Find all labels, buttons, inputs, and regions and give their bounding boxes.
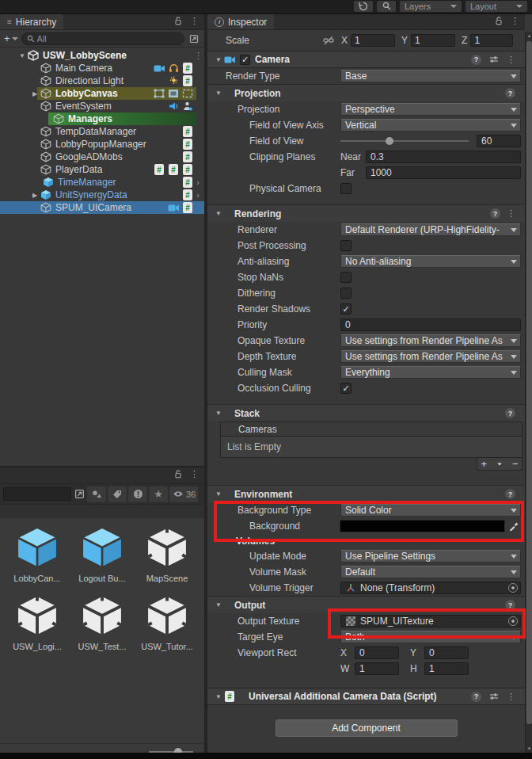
- lock-icon[interactable]: [492, 14, 505, 27]
- hierarchy-search-input[interactable]: All: [21, 32, 184, 45]
- slider-thumb[interactable]: [386, 137, 393, 145]
- vector-field[interactable]: 0: [424, 646, 469, 659]
- dropdown-default-renderer-urp-highfidelity[interactable]: Default Renderer (URP-HighFidelity-: [340, 223, 521, 236]
- filter-by-label-button[interactable]: [108, 486, 127, 502]
- dropdown-vertical[interactable]: Vertical: [340, 119, 521, 132]
- section-header-stack[interactable]: ▼Stack?: [207, 404, 525, 421]
- favorites-button[interactable]: ★: [149, 486, 168, 502]
- tree-item-timemanager[interactable]: TimeManager#›: [0, 176, 204, 189]
- dropdown-both[interactable]: Both: [340, 631, 521, 643]
- dropdown-use-settings-from-render-pipeline-as[interactable]: Use settings from Render Pipeline As: [340, 334, 521, 347]
- prefab-chevron-icon[interactable]: ›: [194, 191, 202, 200]
- vector-field[interactable]: 1: [424, 662, 469, 675]
- foldout-icon[interactable]: ▶: [30, 90, 40, 97]
- layers-dropdown[interactable]: Layers: [400, 1, 462, 12]
- object-picker-icon[interactable]: [508, 616, 518, 626]
- kebab-menu-icon[interactable]: ⋮: [194, 51, 202, 60]
- scroll-down-icon[interactable]: ▼: [526, 746, 532, 751]
- tree-item-spum-uicamera[interactable]: SPUM_UICamera#: [0, 201, 204, 214]
- help-icon[interactable]: ?: [505, 600, 515, 610]
- popout-icon[interactable]: [188, 32, 200, 45]
- color-swatch[interactable]: [340, 521, 504, 532]
- inspector-scrollbar[interactable]: ▲ ▼: [525, 32, 532, 753]
- scroll-up-icon[interactable]: ▲: [526, 33, 532, 38]
- tree-item-tempdatamanager[interactable]: TempDataManager#: [0, 125, 204, 138]
- tab-inspector[interactable]: i Inspector: [207, 14, 274, 29]
- help-icon[interactable]: ?: [490, 208, 500, 219]
- foldout-icon[interactable]: ▼: [214, 693, 223, 700]
- dropdown-base[interactable]: Base: [340, 70, 521, 82]
- text-field[interactable]: 0: [340, 318, 521, 331]
- foldout-icon[interactable]: ▼: [214, 210, 223, 217]
- text-field[interactable]: 1000: [366, 166, 521, 179]
- vector-field[interactable]: 1: [355, 662, 399, 675]
- text-field[interactable]: 0.3: [366, 151, 521, 163]
- project-search-input[interactable]: [3, 487, 71, 501]
- dropdown-everything[interactable]: Everything: [340, 366, 521, 379]
- preset-icon[interactable]: [488, 690, 500, 703]
- help-icon[interactable]: ?: [505, 489, 515, 499]
- asset-usw-test[interactable]: USW_Test...: [70, 594, 135, 651]
- section-header-environment[interactable]: ▼Environment?: [207, 485, 525, 502]
- asset-logout-bu[interactable]: Logout Bu...: [70, 526, 135, 583]
- remove-button[interactable]: −: [512, 459, 519, 469]
- checkbox[interactable]: [340, 240, 352, 251]
- tree-item-lobbypopupmanager[interactable]: LobbyPopupManager#: [0, 138, 204, 151]
- object-field[interactable]: SPUM_UITexture: [340, 615, 521, 627]
- foldout-icon[interactable]: ▼: [17, 52, 27, 59]
- eyedropper-button[interactable]: [507, 520, 521, 532]
- vector-field[interactable]: 0: [355, 646, 399, 659]
- kebab-menu-icon[interactable]: ⋮: [511, 17, 519, 25]
- add-component-button[interactable]: Add Component: [276, 719, 458, 737]
- search-button[interactable]: [377, 1, 396, 12]
- slider-track[interactable]: [340, 140, 469, 142]
- tree-item-unitsynergydata[interactable]: ▶UnitSynergyData#›: [0, 189, 204, 201]
- tree-item-googleadmobs[interactable]: GoogleADMobs#: [0, 151, 204, 163]
- tree-item-playerdata[interactable]: PlayerData###: [0, 163, 204, 176]
- tree-item-managers[interactable]: Managers: [0, 113, 204, 125]
- popout-icon[interactable]: [73, 488, 86, 501]
- filter-by-type-button[interactable]: [87, 486, 106, 502]
- lock-icon[interactable]: [172, 468, 184, 481]
- section-header-rendering[interactable]: ▼Rendering?⋮: [207, 204, 525, 222]
- checkbox[interactable]: ✓: [340, 303, 352, 315]
- scale-x-field[interactable]: 1: [351, 34, 395, 47]
- tree-item-eventsystem[interactable]: EventSystem: [0, 100, 204, 113]
- link-broken-icon[interactable]: [322, 34, 335, 47]
- foldout-icon[interactable]: ▶: [30, 192, 40, 199]
- component-header-camera[interactable]: ▼✓Camera?⋮: [207, 51, 525, 68]
- preset-icon[interactable]: [488, 53, 500, 66]
- prefab-chevron-icon[interactable]: ›: [194, 178, 202, 187]
- section-header-output[interactable]: ▼Output?: [207, 596, 525, 613]
- kebab-menu-icon[interactable]: ⋮: [507, 209, 515, 218]
- add-button[interactable]: +: [481, 459, 487, 469]
- foldout-icon[interactable]: ▼: [214, 410, 223, 417]
- help-icon[interactable]: ?: [471, 55, 481, 65]
- layout-dropdown[interactable]: Layout: [466, 1, 527, 12]
- tree-item-lobbycanvas[interactable]: ▶LobbyCanvas: [0, 87, 204, 100]
- visibility-count-button[interactable]: 36: [169, 486, 198, 502]
- kebab-menu-icon[interactable]: ⋮: [190, 17, 199, 25]
- tree-item-usw-lobbyscene[interactable]: ▼USW_LobbyScene⋮: [0, 49, 204, 62]
- object-field[interactable]: None (Transform): [340, 582, 521, 594]
- kebab-menu-icon[interactable]: ⋮: [190, 470, 199, 479]
- foldout-icon[interactable]: ▼: [214, 601, 223, 608]
- help-icon[interactable]: ?: [505, 88, 515, 98]
- kebab-menu-icon[interactable]: ⋮: [507, 692, 515, 701]
- tab-hierarchy[interactable]: ≡ Hierarchy: [0, 14, 63, 29]
- asset-lobbycan[interactable]: LobbyCan...: [5, 526, 70, 583]
- asset-mapscene[interactable]: MapScene: [135, 526, 200, 583]
- checkbox[interactable]: [340, 183, 352, 194]
- tree-item-main-camera[interactable]: Main Camera#: [0, 62, 204, 74]
- scale-z-field[interactable]: 1: [470, 34, 513, 47]
- help-icon[interactable]: ?: [505, 408, 515, 418]
- object-picker-icon[interactable]: [508, 583, 518, 593]
- checkbox[interactable]: [340, 288, 352, 299]
- checkbox[interactable]: ✓: [240, 55, 250, 65]
- slider-value-field[interactable]: 60: [477, 135, 521, 147]
- section-header-projection[interactable]: ▼Projection?: [207, 84, 525, 101]
- checkbox[interactable]: [340, 272, 352, 283]
- asset-usw-logi[interactable]: USW_Logi...: [5, 594, 70, 651]
- tree-item-directional-light[interactable]: Directional Light#: [0, 74, 204, 87]
- dropdown-use-settings-from-render-pipeline-as[interactable]: Use settings from Render Pipeline As: [340, 350, 521, 363]
